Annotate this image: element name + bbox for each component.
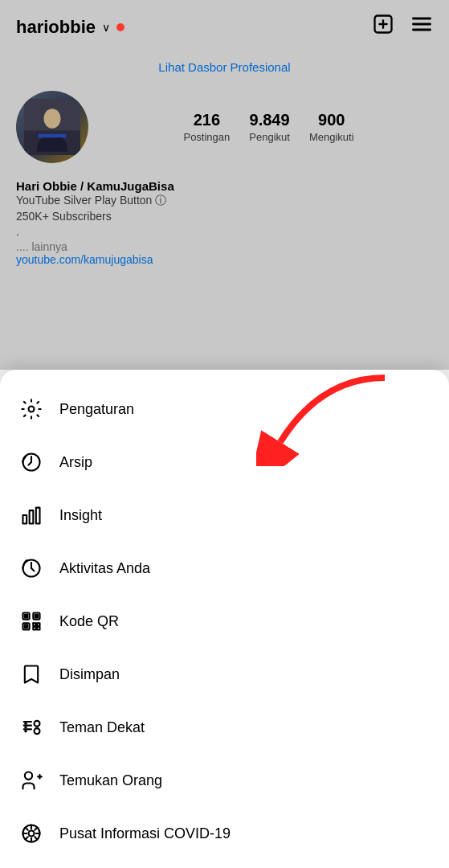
aktivitas-label: Aktivitas Anda (59, 560, 150, 577)
covid-label: Pusat Informasi COVID-19 (59, 825, 231, 842)
menu-item-teman-dekat[interactable]: Teman Dekat (0, 701, 449, 754)
username-label: hariobbie (16, 17, 96, 38)
menu-item-covid[interactable]: Pusat Informasi COVID-19 (0, 807, 449, 860)
kode-qr-label: Kode QR (59, 613, 119, 630)
activity-icon (19, 556, 43, 580)
profile-stats: 216 Postingan 9.849 Pengikut 900 Mengiku… (104, 111, 433, 144)
add-post-icon[interactable] (372, 13, 394, 41)
following-count: 900 (309, 111, 354, 129)
pro-dashboard-bar: Lihat Dasbor Profesional (0, 54, 449, 81)
svg-rect-22 (25, 625, 27, 628)
svg-line-46 (35, 837, 37, 839)
svg-line-45 (26, 828, 28, 830)
profile-info-section: 216 Postingan 9.849 Pengikut 900 Mengiku… (0, 81, 449, 173)
hamburger-menu-icon[interactable] (410, 13, 433, 41)
avatar (16, 91, 88, 163)
disimpan-label: Disimpan (59, 666, 120, 683)
svg-line-47 (35, 828, 37, 830)
insight-label: Insight (59, 507, 102, 524)
svg-rect-9 (39, 134, 67, 137)
close-friends-icon (19, 715, 43, 739)
bio-section: Hari Obbie / KamuJugaBisa YouTube Silver… (0, 173, 449, 272)
svg-point-8 (44, 108, 61, 129)
following-label: Mengikuti (309, 131, 354, 143)
archive-icon (19, 450, 43, 474)
menu-item-aktivitas[interactable]: Aktivitas Anda (0, 542, 449, 595)
posts-count: 216 (183, 111, 230, 129)
bio-more[interactable]: .... lainnya (16, 240, 433, 253)
svg-rect-25 (37, 627, 40, 630)
pengaturan-label: Pengaturan (59, 401, 134, 418)
pro-dashboard-link[interactable]: Lihat Dasbor Profesional (158, 60, 290, 74)
svg-rect-26 (33, 627, 36, 630)
notification-dot (116, 23, 124, 31)
profile-name: Hari Obbie / KamuJugaBisa (16, 179, 433, 193)
svg-point-36 (25, 772, 32, 780)
menu-item-pengaturan[interactable]: Pengaturan (0, 383, 449, 436)
menu-item-arsip[interactable]: Arsip (0, 436, 449, 489)
header-left: hariobbie ∨ (16, 17, 124, 38)
svg-point-31 (35, 721, 40, 727)
svg-rect-27 (37, 623, 40, 626)
posts-label: Postingan (183, 131, 230, 143)
svg-rect-24 (33, 623, 36, 626)
arsip-label: Arsip (59, 454, 92, 471)
svg-point-11 (29, 407, 35, 412)
covid-icon (19, 821, 43, 845)
bio-dot: . (16, 224, 433, 240)
menu-item-insight[interactable]: Insight (0, 489, 449, 542)
qr-icon (19, 609, 43, 633)
svg-rect-20 (25, 615, 27, 618)
svg-line-48 (26, 837, 28, 839)
svg-point-40 (29, 831, 35, 837)
temukan-orang-label: Temukan Orang (59, 772, 162, 789)
insight-icon (19, 503, 43, 527)
bottom-sheet-menu: Pengaturan Arsip Insight (0, 370, 449, 868)
svg-rect-21 (35, 615, 39, 618)
menu-item-disimpan[interactable]: Disimpan (0, 648, 449, 701)
bio-link[interactable]: youtube.com/kamujugabisa (16, 253, 433, 266)
dropdown-arrow-icon[interactable]: ∨ (102, 21, 110, 34)
app-header: hariobbie ∨ (0, 0, 449, 54)
menu-item-temukan-orang[interactable]: Temukan Orang (0, 754, 449, 807)
followers-stat[interactable]: 9.849 Pengikut (249, 111, 290, 144)
settings-icon (19, 397, 43, 421)
discover-people-icon (19, 768, 43, 792)
teman-dekat-label: Teman Dekat (59, 719, 145, 736)
followers-label: Pengikut (249, 131, 290, 143)
following-stat[interactable]: 900 Mengikuti (309, 111, 354, 144)
svg-rect-15 (36, 508, 40, 524)
svg-rect-13 (23, 515, 27, 524)
header-actions (372, 13, 433, 41)
svg-rect-14 (30, 510, 34, 523)
svg-point-32 (35, 728, 40, 734)
menu-item-kode-qr[interactable]: Kode QR (0, 595, 449, 648)
bio-line1: YouTube Silver Play Button ⓘ (16, 193, 433, 209)
saved-icon (19, 662, 43, 686)
bio-line2: 250K+ Subscribers (16, 209, 433, 225)
followers-count: 9.849 (249, 111, 290, 129)
posts-stat: 216 Postingan (183, 111, 230, 144)
